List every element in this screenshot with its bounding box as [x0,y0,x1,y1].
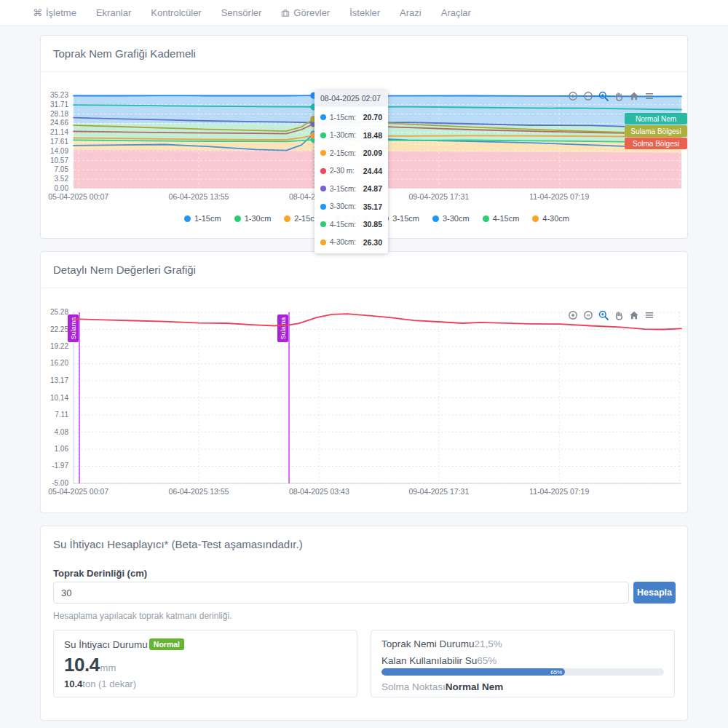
card-divider [41,71,687,72]
water-calculator-card: Su İhtiyacı Hesaplayıcı* (Beta-Test aşam… [40,526,688,721]
tooltip-series-value: 26.30 [363,238,382,247]
svg-text:25.28: 25.28 [50,308,68,316]
band-labels: Normal NemSulama BölgesiSolma Bölgesi [625,113,687,149]
svg-text:Sulama Bölgesi: Sulama Bölgesi [630,127,681,135]
water-need-label: Su İhtiyacı Durumu [64,639,148,650]
nav-item-kontrolculer[interactable]: Kontrolcüler [151,7,201,18]
calculate-button[interactable]: Hesapla [633,582,676,604]
menu-icon[interactable] [644,310,654,320]
chart-modebar [568,310,654,320]
tooltip-series-dot [320,221,326,227]
svg-text:11-04-2025 07:19: 11-04-2025 07:19 [529,192,589,201]
nav-item-araclar[interactable]: Araçlar [441,7,471,18]
svg-text:Sulama: Sulama [280,317,287,340]
tiered-chart-title: Toprak Nem Grafiği Kademeli [53,47,196,60]
pan-icon[interactable] [614,310,624,320]
tooltip-series-label: 4-30cm: [330,238,356,246]
axis-ticks: 25.2822.2519.2216.2013.1710.147.114.081.… [48,308,589,496]
svg-text:3.52: 3.52 [55,175,69,183]
nav-item-sensorler[interactable]: Sensörler [221,7,262,18]
calculator-title: Su İhtiyacı Hesaplayıcı* (Beta-Test aşam… [53,538,303,550]
svg-text:-1.97: -1.97 [52,462,68,470]
soil-depth-label: Toprak Derinliği (cm) [53,568,147,579]
box-zoom-icon[interactable] [598,310,609,320]
chart-hover-tooltip: 08-04-2025 02:07 1-15cm:20.701-30cm:18.4… [314,90,388,253]
water-need-unit: mm [100,662,116,673]
svg-text:-5.00: -5.00 [52,479,68,487]
water-need-alt-value: 10.4 [64,678,82,689]
svg-text:08-04-2025 03:43: 08-04-2025 03:43 [289,487,349,496]
home-icon[interactable] [629,91,639,101]
wilting-point-label: Solma Noktası [381,681,446,692]
tooltip-series-value: 35.17 [363,202,382,211]
tooltip-series-label: 2-30 m: [330,167,355,175]
zoom-in-icon[interactable] [568,91,578,101]
tooltip-series-label: 2-15cm: [330,149,356,157]
soil-depth-row: Hesapla [53,582,676,604]
tooltip-series-dot [320,186,326,191]
svg-text:11-04-2025 07:19: 11-04-2025 07:19 [529,487,589,496]
tooltip-series-label: 3-30cm: [330,202,356,210]
legend-dot [432,215,439,222]
detailed-moisture-chart[interactable]: 25.2822.2519.2216.2013.1710.147.114.081.… [41,301,689,499]
legend-dot [532,215,539,222]
nav-item-isletme[interactable]: ⌘İşletme [33,7,76,18]
tooltip-series-value: 30.85 [363,220,382,229]
nav-item-istekler[interactable]: İstekler [349,7,380,18]
svg-text:7.05: 7.05 [55,165,69,173]
command-icon: ⌘ [33,7,42,18]
available-water-value: 65% [477,655,496,666]
svg-text:09-04-2025 17:31: 09-04-2025 17:31 [408,192,469,201]
nav-item-gorevler[interactable]: Görevler [281,7,330,18]
tooltip-series-label: 3-15cm: [330,185,356,193]
tooltip-rows: 1-15cm:20.701-30cm:18.482-15cm:20.092-30… [314,106,388,253]
legend-label: 3-15cm [392,214,419,223]
nav-item-label: İstekler [349,7,380,18]
legend-item-4-15cm[interactable]: 4-15cm [483,214,520,223]
nav-item-label: İşletme [46,7,76,18]
progress-fill: 65% [381,668,565,676]
zoom-out-icon[interactable] [583,310,593,320]
nav-item-ekranlar[interactable]: Ekranlar [96,7,131,18]
svg-text:22.25: 22.25 [50,325,68,333]
water-need-value: 10.4 [64,654,100,676]
legend-label: 4-15cm [493,214,520,223]
detailed-moisture-card: Detaylı Nem Değerleri Grafiği 25.2822.25… [40,251,688,513]
zoom-in-icon[interactable] [568,310,578,320]
pan-icon[interactable] [614,91,624,101]
legend-item-1-30cm[interactable]: 1-30cm [234,214,272,223]
chart-modebar [568,91,654,101]
water-need-status-badge: Normal [149,638,184,650]
legend-item-1-15cm[interactable]: 1-15cm [184,214,221,223]
legend-item-3-30cm[interactable]: 3-30cm [432,214,470,223]
tooltip-series-dot [320,240,326,245]
svg-text:09-04-2025 17:31: 09-04-2025 17:31 [408,487,469,496]
menu-icon[interactable] [644,91,654,101]
legend-item-4-30cm[interactable]: 4-30cm [532,214,569,223]
svg-text:Solma Bölgesi: Solma Bölgesi [633,140,679,148]
svg-text:19.22: 19.22 [50,342,68,350]
zoom-out-icon[interactable] [583,91,593,101]
svg-text:4.08: 4.08 [55,428,69,436]
calculator-results: Su İhtiyacı Durumu Normal 10.4mm 10.4ton… [53,630,675,697]
nav-item-label: Ekranlar [96,7,131,18]
water-need-alt-unit: ton (1 dekar) [82,678,136,689]
tooltip-series-dot [320,150,326,156]
soil-depth-helper: Hesaplama yapılacak toprak katmanı derin… [53,611,232,621]
box-zoom-icon[interactable] [598,91,609,101]
nav-item-label: Görevler [293,7,330,18]
tooltip-series-label: 1-15cm: [330,114,356,122]
nav-item-arazi[interactable]: Arazi [400,7,422,18]
home-icon[interactable] [629,310,639,320]
svg-text:17.61: 17.61 [50,138,68,146]
page: ⌘İşletmeEkranlarKontrolcülerSensörlerGör… [0,0,728,728]
svg-text:21.14: 21.14 [50,128,68,136]
legend-label: 4-30cm [542,214,569,223]
moisture-status-label: Toprak Nemi Durumu [381,638,475,649]
svg-text:31.71: 31.71 [50,100,68,108]
nav-item-label: Araçlar [441,7,471,18]
tooltip-row: 3-15cm:24.87 [314,180,388,198]
legend-dot [284,215,290,222]
soil-depth-input[interactable] [53,582,629,604]
legend-label: 1-30cm [245,214,272,223]
